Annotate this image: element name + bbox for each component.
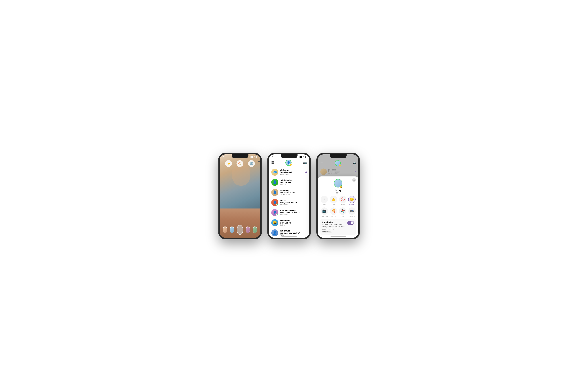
phone-status-modal: ☰ 😴 📷 phillsohn Sounds good! At the movi… [317, 153, 360, 239]
chat-preview-christy: don't be late! [280, 181, 307, 184]
auto-status-text: Auto Status Let your close friends know … [322, 221, 346, 233]
chat-item-deitch[interactable]: 👤 deitch ready when you are Active now [269, 197, 309, 208]
free-label: Free [332, 204, 335, 206]
chat-item-phillsohn[interactable]: 🧢 phillsohn Sounds good! At the movies [269, 167, 309, 177]
watching-label: Watching [321, 215, 328, 217]
camera-icon[interactable]: 📷 [303, 161, 307, 164]
chat-preview-dantoffey: You sent a photo [280, 192, 307, 194]
menu-icon[interactable]: ☰ [271, 161, 274, 164]
story-thumb-4[interactable] [253, 226, 257, 233]
busy-label: Busy [341, 204, 344, 206]
modal-close-button[interactable]: × [352, 178, 356, 182]
busy-icon-circle: 🚫 [339, 196, 346, 203]
chat-avatar-phillsohn: 🧢 [271, 169, 278, 176]
online-dot-deitch [276, 204, 278, 206]
bored-label: Bored [349, 204, 354, 206]
status-option-eating[interactable]: 🍕 Eating [330, 207, 337, 217]
notch [232, 154, 248, 158]
chat-avatar-alex: 😄 [271, 219, 278, 226]
status-option-watching[interactable]: 📺 Watching [320, 207, 328, 217]
watching-icon-circle: 📺 [321, 207, 328, 215]
chat-item-dantoffey[interactable]: 👤 dantoffey You sent a photo On the move [269, 187, 309, 197]
close-icon: × [353, 179, 354, 181]
home-button[interactable]: 🏠 [237, 160, 243, 167]
chat-name-alex: alexthebez [280, 220, 307, 222]
gaming-label: Gaming [349, 215, 355, 217]
chat-name-deitch: deitch [280, 199, 307, 201]
chat-info-iamjay: iamjaywee rockaway dawn patrol? At home [280, 230, 307, 236]
toggle-knob [350, 221, 354, 224]
chat-name-phillsohn: phillsohn [280, 169, 303, 171]
status-option-studying[interactable]: 📚 Studying [339, 207, 347, 217]
auto-status-description: Let your close friends know what you're … [322, 223, 346, 230]
auto-status-learn-more[interactable]: Learn more. [322, 231, 332, 233]
signal-icon: ▐▌▌ [250, 156, 253, 157]
header-avatar-emoji: 😴 [289, 164, 292, 166]
notch-3 [330, 154, 346, 158]
studying-label: Studying [339, 215, 346, 217]
new-icon-circle: + [321, 196, 328, 203]
unread-dot-phillsohn [305, 171, 307, 173]
rotate-button[interactable]: 🔄 [248, 160, 255, 167]
chat-item-alex[interactable]: 😄 alexthebez Sent a photo Eating [269, 218, 309, 228]
chat-avatar-christy: 👤 [271, 179, 278, 186]
chat-status-kids: Active now [280, 214, 307, 216]
story-thumb-1[interactable] [223, 226, 227, 233]
status-option-new[interactable]: + New [320, 196, 328, 206]
shutter-button[interactable] [237, 225, 243, 235]
status-option-gaming[interactable]: 🎮 Gaming [348, 207, 356, 217]
status-time-phone2: 9:41 [272, 156, 276, 158]
chat-info-phillsohn: phillsohn Sounds good! At the movies [280, 169, 303, 175]
home-icon: 🏠 [238, 162, 241, 165]
bored-icon-circle: 😴 [348, 196, 356, 203]
flash-button[interactable]: ⚡ ✕ [225, 160, 232, 167]
gaming-icon-circle: 🎮 [348, 207, 356, 215]
auto-status-title: Auto Status [322, 221, 346, 223]
phones-container: 9:41 ▐▌▌ ▲ ▓ ⚡ ✕ 🏠 🔄 [219, 153, 360, 239]
auto-status-box: Auto Status Let your close friends know … [320, 219, 356, 235]
chat-info-deitch: deitch ready when you are Active now [280, 199, 307, 206]
chat-status-phillsohn: At the movies [280, 173, 303, 175]
home-indicator-3 [331, 236, 346, 237]
chat-list: 🧢 phillsohn Sounds good! At the movies 👤… [269, 167, 309, 238]
story-thumb-2[interactable] [230, 226, 234, 233]
notch-2 [281, 154, 297, 158]
modal-current-status: Bored [336, 192, 340, 194]
modal-avatar-emoji: 😴 [340, 186, 343, 188]
chat-avatar-kids: 👤 [271, 209, 278, 216]
status-icons-phone1: ▐▌▌ ▲ ▓ [250, 156, 257, 157]
story-thumb-3[interactable] [246, 226, 250, 233]
studying-icon-circle: 📚 [339, 207, 346, 215]
chat-preview-iamjay: rockaway dawn patrol? [280, 232, 307, 234]
new-label: New [323, 204, 326, 206]
chat-avatar-dantoffey: 👤 [271, 189, 278, 196]
phone-chat-list: 9:41 ▐▌▌ ▲ ▓ ☰ 👤 😴 📷 [268, 153, 311, 239]
battery-icon: ▓ [256, 156, 257, 157]
home-indicator-2 [281, 236, 297, 237]
wifi-icon-2: ▲ [303, 156, 304, 157]
chat-status-iamjay: At home [280, 234, 307, 236]
status-option-bored[interactable]: 😴 Bored [348, 196, 356, 206]
status-option-busy[interactable]: 🚫 Busy [339, 196, 347, 206]
battery-icon-2: ▓ [305, 156, 306, 157]
online-dot-kids [276, 214, 278, 216]
chat-info-kids: Kids These Days boyhachi: Sent a sticker… [280, 209, 307, 216]
chat-item-kids[interactable]: 👤 Kids These Days boyhachi: Sent a stick… [269, 208, 309, 218]
chat-item-christy[interactable]: 👤 _christysilva don't be late! At home [269, 177, 309, 187]
free-icon-circle: 👍 [330, 196, 337, 203]
phone-camera: 9:41 ▐▌▌ ▲ ▓ ⚡ ✕ 🏠 🔄 [219, 153, 261, 239]
eating-label: Eating [331, 215, 336, 217]
status-option-free[interactable]: 👍 Free [330, 196, 337, 206]
status-time-phone1: 9:41 [223, 156, 227, 158]
flash-icon: ⚡ [227, 162, 230, 165]
camera-top-controls: ⚡ ✕ 🏠 🔄 [220, 160, 260, 167]
eating-icon-circle: 🍕 [330, 207, 337, 215]
camera-bottom-controls [220, 225, 260, 235]
chat-preview-kids: boyhachi: Sent a sticker [280, 212, 307, 214]
chat-name-iamjay: iamjaywee [280, 230, 307, 232]
status-icons-phone2: ▐▌▌ ▲ ▓ [299, 156, 306, 157]
chat-name-christy: _christysilva [280, 179, 307, 181]
chat-avatar-iamjay: 👤 [271, 229, 278, 236]
auto-status-toggle[interactable] [347, 221, 354, 225]
chat-status-dantoffey: On the move [280, 194, 307, 196]
